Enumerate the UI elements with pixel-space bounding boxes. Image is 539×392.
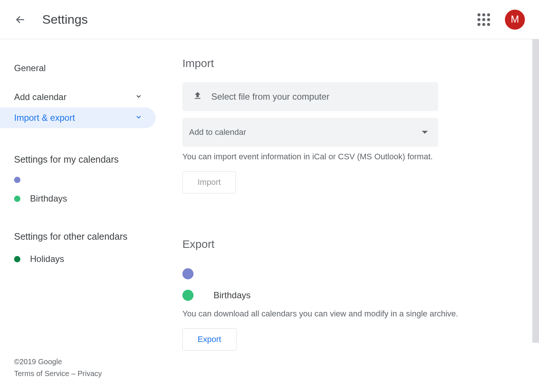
import-help-text: You can import event information in iCal… [182, 152, 520, 162]
main-content: Import Select file from your computer Ad… [163, 39, 539, 392]
my-calendar-item-0[interactable] [0, 172, 163, 188]
upload-icon [193, 91, 202, 103]
export-button[interactable]: Export [182, 328, 237, 351]
export-calendar-row-1: Birthdays [182, 285, 520, 306]
sidebar: General Add calendar Import & export Set… [0, 39, 163, 392]
my-calendar-item-1[interactable]: Birthdays [0, 188, 163, 209]
chevron-down-icon [135, 113, 142, 123]
calendar-label: Holidays [30, 254, 64, 264]
add-to-calendar-label: Add to calendar [189, 127, 246, 137]
export-calendar-label: Birthdays [214, 290, 251, 300]
calendar-color-dot [182, 268, 194, 279]
export-section-title: Export [182, 238, 520, 250]
calendar-label: Birthdays [30, 193, 67, 204]
body: General Add calendar Import & export Set… [0, 39, 539, 392]
sidebar-item-import-export[interactable]: Import & export [0, 107, 156, 128]
export-calendar-row-0 [182, 263, 520, 285]
back-arrow-button[interactable] [15, 14, 26, 25]
add-to-calendar-select[interactable]: Add to calendar [182, 118, 438, 147]
footer: ©2019 Google Terms of Service – Privacy [14, 356, 102, 379]
select-file-button[interactable]: Select file from your computer [182, 82, 438, 111]
other-calendars-heading: Settings for other calendars [0, 220, 163, 249]
page-title: Settings [42, 12, 88, 27]
avatar[interactable]: M [505, 10, 525, 30]
sidebar-item-label: General [14, 63, 46, 73]
export-section: Export Birthdays You can download all ca… [182, 238, 520, 351]
privacy-link[interactable]: Privacy [77, 369, 102, 378]
sidebar-item-add-calendar[interactable]: Add calendar [0, 87, 156, 107]
copyright-text: ©2019 Google [14, 356, 102, 368]
my-calendars-heading: Settings for my calendars [0, 143, 163, 172]
chevron-down-icon [135, 92, 142, 102]
sidebar-item-label: Add calendar [14, 92, 66, 102]
arrow-left-icon [15, 14, 26, 25]
calendar-color-dot [14, 256, 20, 262]
export-help-text: You can download all calendars you can v… [182, 309, 520, 319]
calendar-color-dot [14, 177, 20, 183]
dropdown-triangle-icon [422, 131, 428, 134]
other-calendar-item-0[interactable]: Holidays [0, 249, 163, 269]
import-button[interactable]: Import [182, 171, 236, 193]
select-file-label: Select file from your computer [211, 92, 330, 102]
sidebar-item-general[interactable]: General [0, 58, 156, 79]
calendar-color-dot [14, 196, 20, 202]
apps-icon[interactable] [477, 13, 490, 26]
import-section-title: Import [182, 57, 520, 70]
terms-link[interactable]: Terms of Service [14, 369, 69, 378]
header-left: Settings [15, 12, 88, 27]
sidebar-item-label: Import & export [14, 113, 75, 123]
header: Settings M [0, 0, 539, 39]
scrollbar[interactable] [532, 39, 539, 343]
header-right: M [477, 10, 525, 30]
calendar-color-dot [182, 290, 194, 301]
footer-sep: – [69, 369, 77, 378]
